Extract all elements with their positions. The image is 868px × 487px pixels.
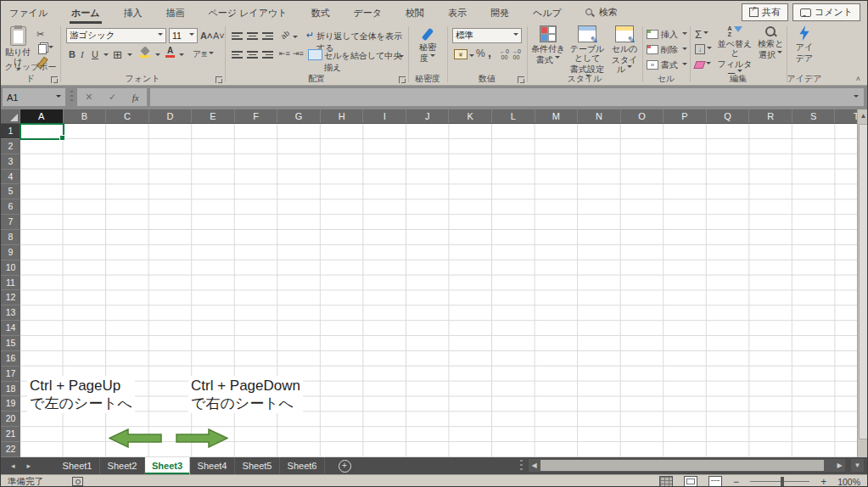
column-header-M[interactable]: M bbox=[535, 109, 579, 124]
font-dialog-launcher[interactable] bbox=[216, 76, 222, 83]
cancel-button[interactable]: ✕ bbox=[85, 92, 92, 103]
borders-dropdown-icon[interactable] bbox=[127, 53, 132, 59]
align-center-button[interactable] bbox=[247, 49, 258, 58]
scroll-right-icon[interactable]: ▶ bbox=[834, 459, 845, 472]
vertical-scrollbar[interactable]: ▲ bbox=[857, 109, 868, 457]
column-header-N[interactable]: N bbox=[578, 109, 621, 124]
zoom-slider[interactable] bbox=[750, 481, 809, 482]
row-header-6[interactable]: 6 bbox=[1, 199, 20, 215]
macro-record-icon[interactable] bbox=[72, 477, 83, 486]
autosum-button[interactable]: Σ bbox=[695, 27, 708, 41]
row-header-7[interactable]: 7 bbox=[1, 215, 20, 230]
row-header-22[interactable]: 22 bbox=[1, 442, 20, 457]
sensitivity-button[interactable]: 秘密 度 bbox=[413, 25, 442, 63]
collapse-ribbon-button[interactable]: ˄ bbox=[856, 75, 860, 83]
row-header-13[interactable]: 13 bbox=[1, 305, 20, 321]
menu-tab-4[interactable]: ページ レイアウト bbox=[207, 2, 289, 24]
column-header-G[interactable]: G bbox=[277, 109, 321, 124]
orientation-button[interactable]: ab bbox=[279, 29, 291, 41]
column-header-I[interactable]: I bbox=[363, 109, 406, 124]
formula-bar-splitter[interactable] bbox=[70, 91, 73, 104]
scroll-left-icon[interactable]: ◀ bbox=[529, 459, 540, 472]
menu-tab-0[interactable]: ファイル bbox=[8, 2, 49, 24]
percent-button[interactable]: % bbox=[476, 47, 485, 60]
row-header-10[interactable]: 10 bbox=[1, 260, 20, 276]
row-header-21[interactable]: 21 bbox=[1, 427, 20, 442]
column-header-S[interactable]: S bbox=[792, 109, 836, 124]
select-all-button[interactable] bbox=[1, 109, 20, 124]
column-header-C[interactable]: C bbox=[106, 109, 149, 124]
font-size-combo[interactable]: 11 bbox=[169, 28, 198, 43]
decrease-indent-button[interactable]: ⇤≡ bbox=[279, 47, 290, 60]
row-header-4[interactable]: 4 bbox=[1, 170, 20, 185]
column-header-B[interactable]: B bbox=[64, 109, 107, 124]
underline-button[interactable]: U bbox=[92, 48, 98, 61]
insert-cells-button[interactable]: 挿入 bbox=[647, 27, 687, 42]
row-header-9[interactable]: 9 bbox=[1, 245, 20, 260]
column-header-T[interactable]: T bbox=[835, 109, 857, 124]
column-header-A[interactable]: A bbox=[20, 109, 64, 124]
currency-button[interactable]: ¥ bbox=[454, 49, 468, 59]
menu-tab-7[interactable]: 校閲 bbox=[404, 2, 426, 24]
merge-center-button[interactable]: セルを結合して中央揃え bbox=[324, 50, 408, 74]
menu-tab-8[interactable]: 表示 bbox=[446, 2, 468, 24]
vertical-scroll-thumb[interactable] bbox=[859, 124, 868, 439]
zoom-slider-thumb[interactable] bbox=[781, 477, 784, 486]
row-header-19[interactable]: 19 bbox=[1, 396, 20, 411]
alignment-dialog-launcher[interactable] bbox=[399, 76, 406, 83]
clipboard-dialog-launcher[interactable] bbox=[51, 76, 58, 83]
column-header-R[interactable]: R bbox=[749, 109, 792, 124]
next-sheet-button[interactable]: ▸ bbox=[27, 462, 31, 470]
column-header-O[interactable]: O bbox=[621, 109, 664, 124]
align-right-button[interactable] bbox=[262, 49, 273, 58]
find-select-button[interactable]: 検索と 選択 bbox=[756, 25, 785, 59]
clear-button[interactable] bbox=[695, 58, 711, 71]
ruby-button[interactable]: ア亜 bbox=[193, 48, 214, 61]
page-layout-view-button[interactable] bbox=[684, 476, 697, 487]
align-top-button[interactable] bbox=[232, 31, 243, 39]
conditional-formatting-button[interactable]: 条件付き 書式 bbox=[529, 25, 567, 64]
grow-font-button[interactable]: A˄ bbox=[200, 29, 212, 42]
horizontal-scroll-thumb[interactable] bbox=[540, 460, 824, 471]
format-cells-button[interactable]: 書式 bbox=[647, 58, 687, 72]
menu-tab-10[interactable]: ヘルプ bbox=[531, 2, 563, 24]
decrease-decimal-button[interactable]: →000 bbox=[512, 48, 521, 60]
ideas-button[interactable]: アイ デア bbox=[790, 25, 819, 63]
zoom-in-button[interactable]: + bbox=[820, 476, 826, 487]
menu-tab-1[interactable]: ホーム bbox=[70, 2, 102, 24]
fill-color-button[interactable] bbox=[140, 48, 150, 58]
row-header-17[interactable]: 17 bbox=[1, 367, 20, 382]
search-box[interactable]: 検索 bbox=[585, 6, 618, 19]
cell-area[interactable] bbox=[20, 124, 857, 457]
sheet-tab-sheet5[interactable]: Sheet5 bbox=[235, 457, 280, 474]
formula-input[interactable] bbox=[150, 88, 864, 106]
column-header-E[interactable]: E bbox=[192, 109, 235, 124]
scroll-up-icon[interactable]: ▲ bbox=[858, 109, 868, 123]
sheet-tab-sheet4[interactable]: Sheet4 bbox=[190, 457, 235, 474]
scroll-down-icon[interactable]: ▼ bbox=[851, 459, 864, 472]
menu-tab-6[interactable]: データ bbox=[351, 2, 384, 24]
menu-tab-9[interactable]: 開発 bbox=[489, 2, 511, 24]
row-header-5[interactable]: 5 bbox=[1, 184, 20, 199]
row-header-14[interactable]: 14 bbox=[1, 321, 20, 336]
prev-sheet-button[interactable]: ◂ bbox=[11, 462, 15, 470]
row-header-18[interactable]: 18 bbox=[1, 382, 20, 397]
row-header-15[interactable]: 15 bbox=[1, 336, 20, 351]
menu-tab-3[interactable]: 描画 bbox=[165, 2, 187, 24]
font-name-combo[interactable]: 游ゴシック bbox=[66, 28, 166, 43]
horizontal-scrollbar[interactable]: ◀ ▶ bbox=[529, 459, 845, 472]
align-left-button[interactable] bbox=[232, 49, 243, 58]
row-header-1[interactable]: 1 bbox=[1, 124, 20, 139]
column-header-F[interactable]: F bbox=[235, 109, 278, 124]
share-button[interactable]: 共有 bbox=[742, 3, 788, 21]
cut-button[interactable]: ✂ bbox=[36, 27, 53, 41]
name-box[interactable]: A1 bbox=[3, 88, 65, 106]
borders-button[interactable]: ⊞ bbox=[113, 48, 122, 61]
normal-view-button[interactable] bbox=[659, 476, 673, 487]
align-middle-button[interactable] bbox=[247, 31, 258, 39]
column-header-Q[interactable]: Q bbox=[707, 109, 750, 124]
zoom-level[interactable]: 100% bbox=[837, 477, 860, 487]
row-header-3[interactable]: 3 bbox=[1, 154, 20, 170]
row-header-16[interactable]: 16 bbox=[1, 351, 20, 367]
underline-dropdown-icon[interactable] bbox=[104, 53, 109, 59]
